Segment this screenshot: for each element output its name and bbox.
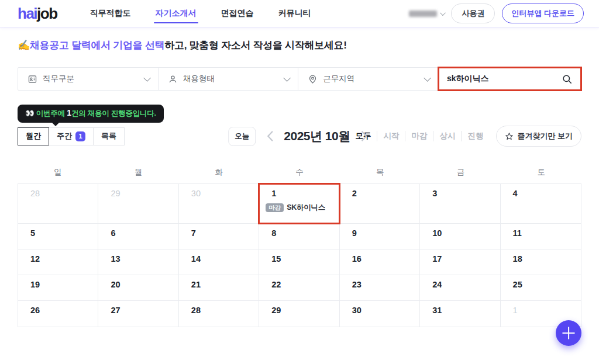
calendar-cell-3[interactable]: 3 (420, 184, 500, 224)
page-title-highlight: 채용공고 달력에서 기업을 선택 (30, 40, 164, 51)
calendar-cell-30[interactable]: 30 (340, 301, 420, 327)
status-filter-deadline[interactable]: 마감 (405, 131, 433, 141)
main-menu: 직무적합도 자기소개서 면접연습 커뮤니티 (90, 0, 311, 27)
favorites-only-button[interactable]: 즐겨찾기만 보기 (496, 126, 581, 147)
weekly-count-badge: 1 (75, 131, 85, 141)
search-icon[interactable] (562, 74, 573, 85)
license-button[interactable]: 사용권 (451, 4, 495, 23)
status-filters: 모두 시작 마감 상시 진행 즐겨찾기만 보기 (355, 126, 581, 147)
calendar-day-number: 28 (30, 189, 94, 198)
calendar-cell-26[interactable]: 26 (18, 301, 98, 327)
calendar-day-number: 23 (352, 280, 416, 289)
user-menu[interactable] (409, 11, 444, 17)
view-monthly-button[interactable]: 월간 (18, 127, 49, 145)
tooltip-text-before: 이번주에 (34, 109, 67, 117)
haijob-logo[interactable]: haijob (18, 5, 57, 23)
calendar-day-number: 22 (271, 280, 335, 289)
search-input[interactable] (447, 74, 562, 84)
calendar-day-number: 17 (432, 254, 496, 264)
logo-part-hai: hai (18, 5, 37, 22)
calendar-cell-6[interactable]: 6 (98, 224, 178, 249)
calendar-cell-10[interactable]: 10 (420, 224, 500, 249)
page-title-rest: 하고, 맞춤형 자소서 작성을 시작해보세요! (164, 40, 346, 51)
calendar-cell-28[interactable]: 28 (179, 301, 259, 327)
next-month-icon[interactable] (358, 130, 371, 143)
calendar-day-number: 9 (352, 228, 416, 238)
calendar-day-number: 2 (352, 189, 416, 198)
status-filter-start[interactable]: 시작 (377, 131, 405, 141)
calendar-day-number: 25 (513, 280, 577, 289)
calendar-day-number: 21 (191, 280, 255, 289)
calendar-cell-20[interactable]: 20 (98, 275, 178, 301)
calendar-cell-2[interactable]: 2 (340, 184, 420, 224)
work-region-dropdown[interactable]: 근무지역 (298, 68, 439, 90)
calendar-cell-27[interactable]: 27 (98, 301, 178, 327)
calendar-cell-23[interactable]: 23 (340, 275, 420, 301)
person-icon (168, 74, 178, 84)
calendar-cell-21[interactable]: 21 (179, 275, 259, 301)
chevron-down-icon (424, 74, 431, 82)
employment-type-dropdown[interactable]: 채용형태 (159, 68, 299, 90)
calendar-cell-12[interactable]: 12 (18, 249, 98, 275)
nav-item-interview-practice[interactable]: 면접연습 (221, 0, 254, 27)
calendar-cell-19[interactable]: 19 (18, 275, 98, 301)
chevron-down-icon (440, 10, 446, 16)
calendar-cell-29[interactable]: 29 (259, 301, 339, 327)
calendar-cell-18[interactable]: 18 (501, 249, 581, 275)
calendar-cell-24[interactable]: 24 (420, 275, 500, 301)
prev-month-icon[interactable] (263, 130, 276, 143)
today-button[interactable]: 오늘 (228, 127, 256, 146)
day-header: 화 (178, 165, 259, 180)
calendar-day-number: 8 (271, 228, 335, 238)
calendar-grid: 2829301마감SK하이닉스2345678910111213141516171… (18, 183, 581, 327)
view-weekly-label: 주간 (57, 131, 72, 141)
calendar-cell-14[interactable]: 14 (179, 249, 259, 275)
calendar-cell-11[interactable]: 11 (501, 224, 581, 249)
event-company-name: SK하이닉스 (287, 203, 325, 213)
work-region-label: 근무지역 (323, 74, 354, 84)
calendar-cell-4[interactable]: 4 (501, 184, 581, 224)
job-category-dropdown[interactable]: 직무구분 (18, 68, 159, 90)
calendar-cell-29[interactable]: 29 (98, 184, 178, 224)
nav-item-community[interactable]: 커뮤니티 (278, 0, 311, 27)
filter-bar: 직무구분 채용형태 근무지역 (18, 67, 581, 91)
view-toggle: 월간 주간1 목록 (18, 127, 125, 145)
nav-item-cover-letter[interactable]: 자기소개서 (156, 0, 197, 27)
calendar-cell-25[interactable]: 25 (501, 275, 581, 301)
add-button[interactable] (556, 320, 581, 346)
calendar-day-number: 31 (432, 306, 496, 315)
calendar-cell-28[interactable]: 28 (18, 184, 98, 224)
nav-item-job-fit[interactable]: 직무적합도 (90, 0, 131, 27)
day-header: 월 (98, 165, 179, 180)
job-category-label: 직무구분 (43, 74, 74, 84)
favorites-only-label: 즐겨찾기만 보기 (517, 131, 573, 141)
calendar-cell-7[interactable]: 7 (179, 224, 259, 249)
calendar-cell-16[interactable]: 16 (340, 249, 420, 275)
calendar-day-headers: 일월화수목금토 (18, 165, 581, 180)
calendar-day-number: 7 (191, 228, 255, 238)
star-icon (505, 132, 514, 141)
calendar-cell-17[interactable]: 17 (420, 249, 500, 275)
calendar-cell-9[interactable]: 9 (340, 224, 420, 249)
calendar-cell-31[interactable]: 31 (420, 301, 500, 327)
company-search-box (439, 68, 581, 90)
calendar-cell-22[interactable]: 22 (259, 275, 339, 301)
calendar-cell-8[interactable]: 8 (259, 224, 339, 249)
interview-app-download-button[interactable]: 인터뷰앱 다운로드 (502, 4, 584, 23)
calendar-day-number: 10 (432, 228, 496, 238)
calendar-cell-15[interactable]: 15 (259, 249, 339, 275)
calendar-cell-1[interactable]: 1마감SK하이닉스 (259, 184, 339, 224)
view-list-button[interactable]: 목록 (93, 127, 125, 145)
status-filter-ongoing[interactable]: 진행 (461, 131, 489, 141)
view-weekly-button[interactable]: 주간1 (49, 127, 94, 145)
calendar-day-number: 19 (30, 280, 94, 289)
calendar-day-number: 11 (513, 228, 577, 238)
calendar-day-number: 12 (30, 254, 94, 264)
pencil-emoji: ✍️ (18, 40, 30, 51)
view-list-label: 목록 (101, 131, 116, 141)
calendar-event[interactable]: 마감SK하이닉스 (266, 203, 335, 213)
calendar-cell-30[interactable]: 30 (179, 184, 259, 224)
calendar-cell-5[interactable]: 5 (18, 224, 98, 249)
calendar-cell-13[interactable]: 13 (98, 249, 178, 275)
status-filter-always[interactable]: 상시 (433, 131, 461, 141)
